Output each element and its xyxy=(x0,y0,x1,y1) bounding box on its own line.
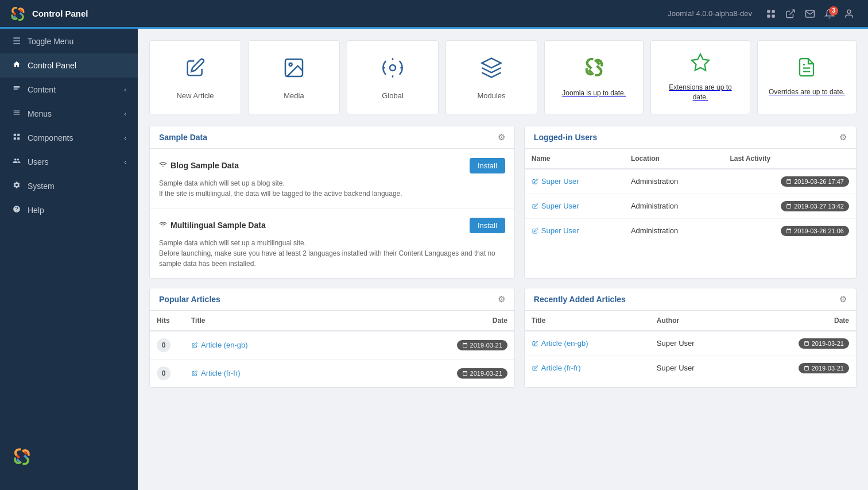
recent-title-cell: Article (fr-fr) xyxy=(525,356,650,380)
overrides-status-icon xyxy=(796,57,817,83)
user-activity-cell: 2019-03-26 21:06 xyxy=(723,218,856,243)
recent-title-cell: Article (en-gb) xyxy=(525,331,650,356)
sample-data-header: Sample Data ⚙ xyxy=(150,126,514,149)
sidebar-item-users[interactable]: Users ‹ xyxy=(0,150,138,174)
media-icon xyxy=(282,56,305,84)
svg-rect-9 xyxy=(17,137,20,140)
content-icon xyxy=(11,84,22,95)
user-name-cell: Super User xyxy=(525,169,624,194)
sidebar-item-system[interactable]: System xyxy=(0,174,138,198)
edit-icon xyxy=(532,365,538,372)
user-location-cell: Administration xyxy=(624,218,723,243)
hits-cell: 0 xyxy=(150,331,184,360)
tile-overrides-status[interactable]: Overrides are up to date. xyxy=(757,40,857,114)
col-hits: Hits xyxy=(150,311,184,331)
recent-article-link[interactable]: Article (en-gb) xyxy=(532,339,643,348)
tile-new-article[interactable]: New Article xyxy=(149,40,241,114)
calendar-icon xyxy=(786,228,792,234)
svg-rect-8 xyxy=(14,137,16,140)
logged-in-header-row: Name Location Last Activity xyxy=(525,149,856,169)
logged-in-header: Logged-in Users ⚙ xyxy=(525,126,856,149)
tile-extensions-status[interactable]: Extensions are up to date. xyxy=(650,40,750,114)
components-arrow: ‹ xyxy=(124,134,126,141)
sidebar-item-components[interactable]: Components ‹ xyxy=(0,126,138,150)
svg-rect-3 xyxy=(772,14,775,17)
sidebar-item-menus[interactable]: Menus ‹ xyxy=(0,102,138,126)
notifications-button[interactable]: 3 xyxy=(820,5,839,22)
wifi-icon-2 xyxy=(159,221,167,230)
user-link[interactable]: Super User xyxy=(532,202,617,210)
external-link-icon xyxy=(785,9,796,19)
external-link-button[interactable] xyxy=(781,5,800,22)
sidebar-label-content: Content xyxy=(28,85,56,94)
notification-badge: 3 xyxy=(829,6,838,16)
logged-in-settings[interactable]: ⚙ xyxy=(839,132,847,142)
sidebar-item-toggle-menu[interactable]: ☰ Toggle Menu xyxy=(0,29,138,53)
users-icon xyxy=(11,157,22,167)
recently-added-settings[interactable]: ⚙ xyxy=(839,294,847,304)
messages-button[interactable] xyxy=(800,5,820,22)
panels-row-1: Sample Data ⚙ Blog Sample Data Inst xyxy=(149,126,857,279)
user-menu-button[interactable] xyxy=(839,5,859,22)
toggle-menu-icon: ☰ xyxy=(11,36,22,47)
recently-added-header-row: Title Author Date xyxy=(525,311,856,331)
popular-articles-panel: Popular Articles ⚙ Hits Title Date xyxy=(149,288,515,388)
help-icon xyxy=(11,205,22,215)
sidebar-label-menus: Menus xyxy=(28,109,52,118)
sample-data-settings[interactable]: ⚙ xyxy=(498,132,505,142)
home-icon xyxy=(11,60,22,71)
col-activity: Last Activity xyxy=(723,149,856,169)
popular-articles-table: Hits Title Date 0 Article (en-gb) xyxy=(150,311,514,387)
sidebar-item-content[interactable]: Content ‹ xyxy=(0,78,138,102)
extensions-status-icon xyxy=(690,52,711,78)
multilingual-install-button[interactable]: Install xyxy=(470,218,505,233)
panels-row-2: Popular Articles ⚙ Hits Title Date xyxy=(149,288,857,388)
svg-rect-7 xyxy=(17,134,20,136)
admin-panel-button[interactable] xyxy=(761,5,781,22)
popular-articles-header-row: Hits Title Date xyxy=(150,311,514,331)
site-logo[interactable]: Control Panel xyxy=(9,5,88,22)
article-date-badge: 2019-03-21 xyxy=(457,368,507,379)
tile-extensions-status-label: Extensions are up to date. xyxy=(660,83,740,102)
popular-article-row: 0 Article (en-gb) 2019-03-21 xyxy=(150,331,514,360)
new-article-icon xyxy=(184,56,207,84)
recently-added-header: Recently Added Articles ⚙ xyxy=(525,288,856,311)
user-link[interactable]: Super User xyxy=(532,177,617,186)
tile-media[interactable]: Media xyxy=(248,40,340,114)
recent-author-cell: Super User xyxy=(650,331,742,356)
sample-data-panel: Sample Data ⚙ Blog Sample Data Inst xyxy=(149,126,515,279)
recently-added-title: Recently Added Articles xyxy=(534,295,626,304)
multilingual-sample-title: Multilingual Sample Data xyxy=(159,221,266,230)
components-icon xyxy=(11,133,22,143)
popular-articles-settings[interactable]: ⚙ xyxy=(498,294,505,304)
article-link[interactable]: Article (en-gb) xyxy=(191,341,350,349)
recent-author-cell: Super User xyxy=(650,356,742,380)
hits-cell: 0 xyxy=(150,359,184,387)
col-date: Date xyxy=(356,311,514,331)
tile-modules[interactable]: Modules xyxy=(445,40,537,114)
edit-icon xyxy=(532,203,538,210)
menus-arrow: ‹ xyxy=(124,110,126,117)
calendar-icon xyxy=(804,341,809,346)
tile-joomla-status[interactable]: Joomla is up to date. xyxy=(544,40,644,114)
admin-panel-icon xyxy=(766,9,776,19)
article-link[interactable]: Article (fr-fr) xyxy=(191,369,350,377)
version-label: Joomla! 4.0.0-alpha8-dev xyxy=(668,9,752,18)
multilingual-sample-header: Multilingual Sample Data Install xyxy=(159,218,505,233)
col-name: Name xyxy=(525,149,624,169)
col-r-author: Author xyxy=(650,311,742,331)
blog-install-button[interactable]: Install xyxy=(470,158,505,173)
sidebar-item-help[interactable]: Help xyxy=(0,198,138,222)
tile-global-label: Global xyxy=(382,91,404,100)
svg-rect-6 xyxy=(14,134,16,136)
recent-date-badge: 2019-03-21 xyxy=(799,338,849,349)
sidebar-label-system: System xyxy=(28,182,55,191)
user-link[interactable]: Super User xyxy=(532,226,617,235)
recently-added-table: Title Author Date Article (en-gb) Super … xyxy=(525,311,856,380)
recent-article-link[interactable]: Article (fr-fr) xyxy=(532,364,643,372)
tile-global[interactable]: Global xyxy=(347,40,439,114)
logged-in-row: Super User Administration 2019-03-26 21:… xyxy=(525,218,856,243)
sample-data-body: Blog Sample Data Install Sample data whi… xyxy=(150,149,514,278)
sidebar-item-control-panel[interactable]: Control Panel xyxy=(0,53,138,78)
messages-icon xyxy=(805,9,815,19)
